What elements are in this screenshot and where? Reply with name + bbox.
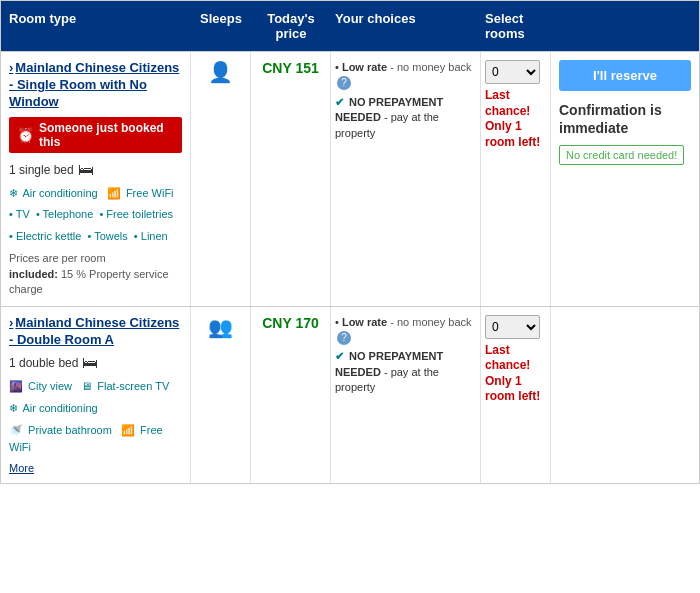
header-choices: Your choices bbox=[331, 1, 481, 51]
choice1-label-double: Low rate bbox=[342, 316, 387, 328]
choices-single: • Low rate - no money back ? ✔ NO PREPAY… bbox=[331, 52, 481, 306]
table-header: Room type Sleeps Today's price Your choi… bbox=[1, 1, 699, 51]
choices-double: • Low rate - no money back ? ✔ NO PREPAY… bbox=[331, 307, 481, 483]
room-title-double[interactable]: Mainland Chinese Citizens - Double Room … bbox=[9, 315, 182, 349]
help-icon-double[interactable]: ? bbox=[337, 331, 351, 345]
select-rooms-single[interactable]: 0 1 2 bbox=[485, 60, 540, 84]
amenities-double-row2: ❄ Air conditioning bbox=[9, 400, 182, 418]
amenity-ac-icon: ❄ bbox=[9, 187, 18, 199]
sleeps-double: 👥 bbox=[191, 307, 251, 483]
bed-text-double: 1 double bed bbox=[9, 356, 78, 370]
ac-icon-double: ❄ bbox=[9, 402, 18, 414]
bed-info-single: 1 single bed 🛏 bbox=[9, 161, 182, 179]
room-info-double: Mainland Chinese Citizens - Double Room … bbox=[1, 307, 191, 483]
sleeps-icon-single: 👤 bbox=[208, 61, 233, 83]
last-chance-single: Last chance! Only 1 room left! bbox=[485, 88, 546, 150]
price-note-single: Prices are per room included: 15 % Prope… bbox=[9, 251, 182, 297]
header-price: Today's price bbox=[251, 1, 331, 51]
select-rooms-double[interactable]: 0 1 2 bbox=[485, 315, 540, 339]
bed-icon-single: 🛏 bbox=[78, 161, 94, 179]
action-col-single: I'll reserve Confirmation is immediate N… bbox=[551, 52, 699, 306]
choice2-single: ✔ NO PREPAYMENT NEEDED - pay at the prop… bbox=[335, 95, 476, 141]
action-col-double bbox=[551, 307, 699, 483]
choice1-sub-single: - no money back bbox=[387, 61, 471, 73]
tv-icon: 🖥 bbox=[81, 380, 92, 392]
help-icon-single[interactable]: ? bbox=[337, 76, 351, 90]
sleeps-icon-double: 👥 bbox=[208, 316, 233, 338]
no-credit-card-badge: No credit card needed! bbox=[559, 145, 684, 165]
select-col-double: 0 1 2 Last chance! Only 1 room left! bbox=[481, 307, 551, 483]
alarm-icon: ⏰ bbox=[17, 127, 34, 143]
amenities-single-row2: • TV • Telephone • Free toiletries bbox=[9, 206, 182, 224]
header-select: Select rooms bbox=[481, 1, 551, 51]
choice1-label-single: Low rate bbox=[342, 61, 387, 73]
price-value-double: CNY 170 bbox=[262, 315, 319, 331]
choice1-single: • Low rate - no money back ? bbox=[335, 60, 476, 91]
more-link[interactable]: More bbox=[9, 462, 34, 474]
room-title-single[interactable]: Mainland Chinese Citizens - Single Room … bbox=[9, 60, 182, 111]
room-row-double: Mainland Chinese Citizens - Double Room … bbox=[1, 306, 699, 483]
sleeps-single: 👤 bbox=[191, 52, 251, 306]
confirmation-text: Confirmation is immediate bbox=[559, 101, 691, 137]
price-double: CNY 170 bbox=[251, 307, 331, 483]
room-table: Room type Sleeps Today's price Your choi… bbox=[0, 0, 700, 484]
room-row-single: Mainland Chinese Citizens - Single Room … bbox=[1, 51, 699, 306]
last-chance-double: Last chance! Only 1 room left! bbox=[485, 343, 546, 405]
reserve-button[interactable]: I'll reserve bbox=[559, 60, 691, 91]
price-single: CNY 151 bbox=[251, 52, 331, 306]
room-info-single: Mainland Chinese Citizens - Single Room … bbox=[1, 52, 191, 306]
bed-info-double: 1 double bed 🛏 bbox=[9, 354, 182, 372]
bed-icon-double: 🛏 bbox=[82, 354, 98, 372]
wifi-icon-double: 📶 bbox=[121, 424, 135, 436]
booked-banner-text: Someone just booked this bbox=[39, 121, 174, 149]
choice1-sub-double: - no money back bbox=[387, 316, 471, 328]
booked-banner-single: ⏰ Someone just booked this bbox=[9, 117, 182, 153]
choice1-double: • Low rate - no money back ? bbox=[335, 315, 476, 346]
included-label-single: included: bbox=[9, 268, 58, 280]
amenities-single-row1: ❄ Air conditioning 📶 Free WiFi bbox=[9, 185, 182, 203]
amenities-single-row3: • Electric kettle • Towels • Linen bbox=[9, 228, 182, 246]
header-sleeps: Sleeps bbox=[191, 1, 251, 51]
select-col-single: 0 1 2 Last chance! Only 1 room left! bbox=[481, 52, 551, 306]
price-value-single: CNY 151 bbox=[262, 60, 319, 76]
header-room-type: Room type bbox=[1, 1, 191, 51]
bed-text-single: 1 single bed bbox=[9, 163, 74, 177]
city-view-icon: 🌆 bbox=[9, 380, 23, 392]
choice2-double: ✔ NO PREPAYMENT NEEDED - pay at the prop… bbox=[335, 349, 476, 395]
amenities-double-row3: 🚿 Private bathroom 📶 Free WiFi bbox=[9, 422, 182, 457]
header-action bbox=[551, 1, 699, 51]
bath-icon: 🚿 bbox=[9, 424, 23, 436]
amenity-wifi-icon: 📶 bbox=[107, 187, 121, 199]
amenities-double-row1: 🌆 City view 🖥 Flat-screen TV bbox=[9, 378, 182, 396]
